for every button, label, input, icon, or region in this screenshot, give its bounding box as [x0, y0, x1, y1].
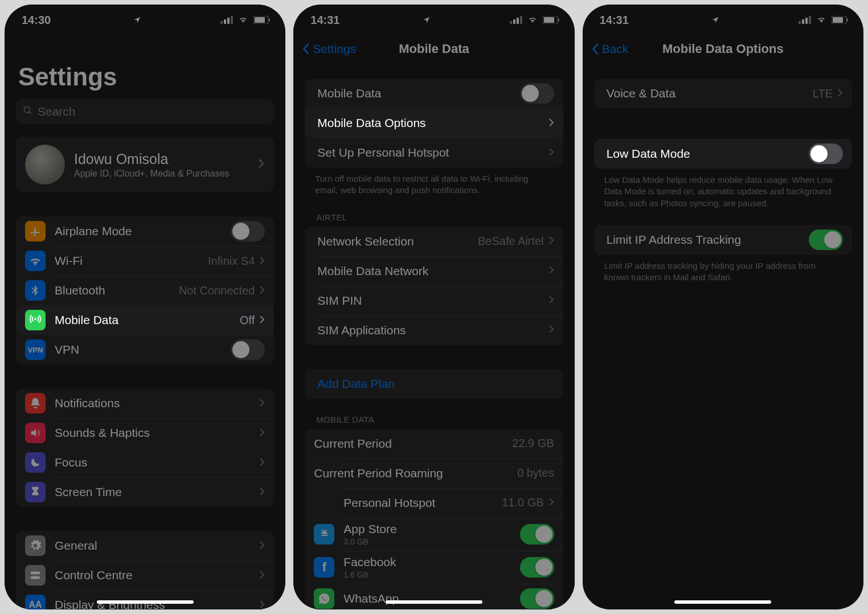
chevron-right-icon	[259, 539, 265, 552]
appstore-icon	[314, 524, 334, 545]
row-appstore[interactable]: App Store3.0 GB	[305, 518, 563, 551]
battery-icon	[832, 14, 849, 27]
toggle-mobiledata_toggle[interactable]	[520, 83, 554, 104]
row-mobiledataoptions[interactable]: Mobile Data Options	[305, 108, 563, 138]
location-icon	[711, 14, 719, 27]
back-button[interactable]: Settings	[301, 35, 356, 63]
row-notifications[interactable]: Notifications	[16, 388, 274, 418]
status-time: 14:31	[310, 14, 339, 27]
footer-limit-ip: Limit IP address tracking by hiding your…	[604, 260, 842, 284]
toggle-lowdata[interactable]	[809, 144, 843, 164]
avatar	[25, 145, 65, 185]
chevron-right-icon	[259, 255, 265, 268]
bell-icon	[25, 393, 46, 414]
gear-icon	[25, 535, 46, 556]
row-sublabel: 3.0 GB	[343, 537, 396, 546]
toggle-vpn[interactable]	[231, 339, 265, 360]
page-title: Settings	[18, 63, 274, 91]
system-group: GeneralControl CentreAADisplay & Brightn…	[16, 531, 274, 609]
toggle-appstore[interactable]	[520, 524, 554, 545]
toggle-facebook[interactable]	[520, 557, 554, 578]
row-label: Set Up Personal Hotspot	[317, 146, 449, 159]
row-networksel[interactable]: Network SelectionBeSafe Airtel	[305, 227, 563, 256]
row-lowdata[interactable]: Low Data Mode	[594, 139, 852, 169]
group-header-mobiledata: MOBILE DATA	[316, 415, 560, 424]
svg-rect-7	[544, 17, 554, 23]
row-datanetwork[interactable]: Mobile Data Network	[305, 256, 563, 286]
toggle-airplane[interactable]	[231, 221, 265, 241]
row-screentime[interactable]: Screen Time	[16, 477, 274, 507]
row-controlcentre[interactable]: Control Centre	[16, 560, 274, 590]
row-detail: 11.0 GB	[502, 496, 543, 509]
row-label: Notifications	[55, 396, 120, 410]
highlighted-row[interactable]: Mobile Data Options	[305, 108, 563, 138]
voice-data-group: Voice & DataLTE	[594, 79, 852, 108]
battery-icon	[543, 14, 560, 27]
row-wifi[interactable]: Wi-FiInfinix S4	[16, 246, 274, 276]
home-indicator[interactable]	[97, 600, 194, 604]
row-adddata[interactable]: Add Data Plan	[305, 369, 563, 399]
chevron-right-icon	[259, 456, 265, 469]
row-label: Mobile Data	[317, 87, 381, 100]
back-label: Back	[602, 42, 629, 56]
chevron-right-icon	[259, 599, 265, 610]
row-label: Limit IP Address Tracking	[607, 233, 742, 247]
row-label: General	[55, 539, 97, 552]
row-voicedata[interactable]: Voice & DataLTE	[594, 79, 852, 108]
home-indicator[interactable]	[674, 600, 771, 604]
status-time: 14:30	[22, 14, 51, 27]
alerts-group: NotificationsSounds & HapticsFocusScreen…	[16, 388, 274, 507]
profile-sub: Apple ID, iCloud+, Media & Purchases	[74, 169, 230, 179]
toggle-whatsapp[interactable]	[520, 588, 554, 609]
row-label: Add Data Plan	[317, 377, 394, 391]
back-button[interactable]: Back	[591, 35, 629, 63]
search-placeholder: Search	[38, 105, 76, 118]
data-usage-group: Current Period22.9 GBCurrent Period Roam…	[305, 429, 563, 610]
row-airplane[interactable]: Airplane Mode	[16, 216, 274, 246]
svg-point-3	[24, 107, 30, 113]
row-cpr[interactable]: Current Period Roaming0 bytes	[305, 459, 563, 488]
wifi-icon	[25, 251, 46, 271]
connectivity-group: Airplane ModeWi-FiInfinix S4BluetoothNot…	[16, 216, 274, 365]
signal-icon	[510, 16, 522, 24]
signal-icon	[799, 16, 811, 24]
svg-rect-8	[558, 18, 559, 22]
facebook-icon: f	[314, 557, 334, 578]
chevron-right-icon	[548, 496, 554, 509]
highlighted-row[interactable]: Low Data Mode	[594, 139, 852, 169]
row-focus[interactable]: Focus	[16, 448, 274, 477]
row-vpn[interactable]: VPNVPN	[16, 335, 274, 365]
chevron-right-icon	[259, 427, 265, 440]
location-icon	[423, 14, 431, 27]
row-label: Network Selection	[317, 235, 413, 248]
row-ph[interactable]: Personal Hotspot11.0 GB	[305, 488, 563, 518]
row-simapps[interactable]: SIM Applications	[305, 316, 563, 345]
row-label: Mobile Data	[55, 313, 118, 327]
row-sounds[interactable]: Sounds & Haptics	[16, 418, 274, 448]
search-input[interactable]: Search	[16, 99, 274, 124]
row-facebook[interactable]: fFacebook1.6 GB	[305, 551, 563, 584]
svg-rect-5	[31, 576, 40, 579]
row-hotspot[interactable]: Set Up Personal Hotspot	[305, 138, 563, 167]
row-general[interactable]: General	[16, 531, 274, 560]
row-whatsapp[interactable]: WhatsApp	[305, 584, 563, 610]
row-mobiledata_toggle[interactable]: Mobile Data	[305, 79, 563, 108]
row-simpin[interactable]: SIM PIN	[305, 286, 563, 316]
row-display[interactable]: AADisplay & Brightness	[16, 590, 274, 609]
row-label: Control Centre	[55, 568, 133, 582]
chevron-right-icon	[548, 146, 554, 159]
toggle-limitip[interactable]	[809, 230, 843, 250]
home-indicator[interactable]	[386, 600, 482, 604]
chevron-right-icon	[548, 117, 554, 130]
mobile-data-options-screen: 14:31 Back Mobile Data Options Voice & D…	[583, 5, 863, 609]
row-bluetooth[interactable]: BluetoothNot Connected	[16, 276, 274, 305]
highlighted-row[interactable]: Mobile DataOff	[16, 305, 274, 335]
chevron-right-icon	[259, 314, 265, 327]
apple-id-row[interactable]: Idowu Omisola Apple ID, iCloud+, Media &…	[16, 137, 274, 193]
row-cp[interactable]: Current Period22.9 GB	[305, 429, 563, 459]
row-mobiledata[interactable]: Mobile DataOff	[16, 305, 274, 335]
search-icon	[23, 105, 33, 118]
group-header-airtel: AIRTEL	[316, 212, 560, 222]
row-limitip[interactable]: Limit IP Address Tracking	[594, 225, 852, 255]
vpn-icon: VPN	[25, 339, 46, 360]
